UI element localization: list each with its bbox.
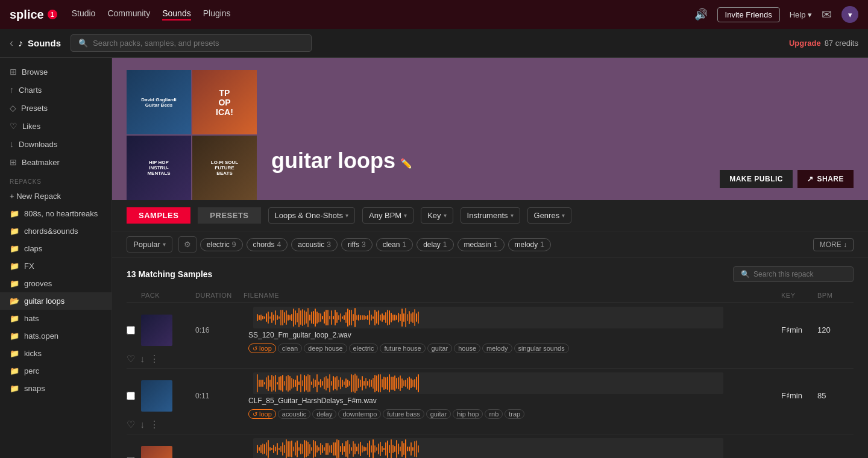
table-row: 0:20 HHI2_96_C_Guitar_Lp.wav ↺ loop ambi… [127,434,854,458]
upgrade-button[interactable]: Upgrade [789,39,821,48]
tag-trap-2[interactable]: trap [505,409,524,419]
tag-house-1[interactable]: house [454,344,480,353]
search-repack-box[interactable]: 🔍 [733,266,854,282]
repack-guitar-loops[interactable]: 📂 guitar loops [0,292,112,310]
filter-settings-button[interactable]: ⚙ [178,236,197,253]
invite-friends-button[interactable]: Invite Friends [717,7,780,22]
repack-808s[interactable]: 📁 808s, no heartbreaks [0,205,112,222]
tag-downtempo-2[interactable]: downtempo [338,409,381,419]
tag-clean[interactable]: clean 1 [376,238,413,251]
volume-icon[interactable]: 🔊 [694,8,708,21]
repack-chords-sounds[interactable]: 📁 chords&sounds [0,222,112,240]
tag-futurebass-2[interactable]: future bass [383,409,424,419]
sidebar-label-beatmaker: Beatmaker [22,158,60,167]
tag-electric-1[interactable]: electric [349,344,379,353]
tag-electric[interactable]: electric 9 [200,238,243,251]
repack-snaps[interactable]: 📁 snaps [0,380,112,397]
nav-studio[interactable]: Studio [72,8,96,20]
nav-community[interactable]: Community [107,8,150,20]
tag-melody-1[interactable]: melody [482,344,512,353]
tag-melody[interactable]: melody 1 [508,238,551,251]
instruments-filter[interactable]: Instruments ▾ [461,207,520,224]
tag-deephouse-1[interactable]: deep house [304,344,347,353]
sidebar-item-presets[interactable]: ◇ Presets [0,99,112,117]
sidebar-item-likes[interactable]: ♡ Likes [0,117,112,135]
repack-perc[interactable]: 📁 perc [0,362,112,380]
edit-icon[interactable]: ✏️ [400,158,412,169]
tag-delay-2[interactable]: delay [312,409,336,419]
mail-icon[interactable]: ✉ [822,7,832,22]
waveform-1[interactable] [253,307,723,328]
folder-icon-8: 📁 [10,331,19,340]
search-repack-input[interactable] [753,270,846,278]
tag-guitar-2[interactable]: guitar [426,409,451,419]
more-button-1[interactable]: ⋮ [149,353,159,365]
tab-samples[interactable]: SAMPLES [127,207,190,224]
download-button-2[interactable]: ↓ [140,419,145,430]
make-public-button[interactable]: MAKE PUBLIC [720,170,793,188]
tag-medasin[interactable]: medasin 1 [458,238,505,251]
folder-icon-11: 📁 [10,384,19,393]
sidebar-item-beatmaker[interactable]: ⊞ Beatmaker [0,153,112,171]
loop-tag-2[interactable]: ↺ loop [248,409,276,419]
download-button-1[interactable]: ↓ [140,354,145,365]
more-tags-button[interactable]: MORE ↓ [813,238,854,251]
tag-chords[interactable]: chords 4 [247,238,288,251]
bpm-filter[interactable]: Any BPM ▾ [362,207,414,224]
loop-tag-1[interactable]: ↺ loop [248,344,276,353]
content-area: David GagliardiGuitar Beds TPOPICA! HIP … [112,58,868,458]
genres-filter[interactable]: Genres ▾ [527,207,572,224]
user-avatar[interactable]: ▾ [841,6,858,23]
logo[interactable]: splice 1 [10,8,57,22]
loops-filter[interactable]: Loops & One-Shots ▾ [268,207,355,224]
tag-clean-1[interactable]: clean [278,344,302,353]
repack-label-chords: chords&sounds [24,227,78,236]
pack-thumb-2 [141,380,172,412]
repack-kicks[interactable]: 📁 kicks [0,345,112,362]
sample-info-1: SS_120_Fm_guitar_loop_2.wav ↺ loop clean… [244,307,733,353]
hero-banner: David GagliardiGuitar Beds TPOPICA! HIP … [112,58,868,200]
sample-checkbox-2[interactable] [127,392,135,400]
tag-singular-1[interactable]: singular sounds [514,344,569,353]
repack-claps[interactable]: 📁 claps [0,240,112,257]
main-layout: ⊞ Browse ↑ Charts ◇ Presets ♡ Likes ↓ Do… [0,58,868,458]
key-filter[interactable]: Key ▾ [421,207,453,224]
tag-rnb-2[interactable]: rnb [485,409,503,419]
like-button-1[interactable]: ♡ [127,353,135,365]
search-input[interactable] [93,39,304,48]
sidebar-item-downloads[interactable]: ↓ Downloads [0,135,112,153]
share-button[interactable]: ↗ SHARE [797,170,854,188]
new-repack-button[interactable]: + New Repack [0,187,112,205]
repack-hats[interactable]: 📁 hats [0,310,112,327]
sample-checkbox-1[interactable] [127,326,135,334]
nav-right: 🔊 Invite Friends Help ▾ ✉ ▾ [694,6,858,23]
tag-guitar-1[interactable]: guitar [427,344,453,353]
like-button-2[interactable]: ♡ [127,419,135,430]
nav-sounds[interactable]: Sounds [162,8,190,20]
tag-delay[interactable]: delay 1 [417,238,453,251]
search-box[interactable]: 🔍 [71,34,312,52]
sidebar-item-charts[interactable]: ↑ Charts [0,81,112,99]
share-icon: ↗ [807,175,814,183]
tag-acoustic-2[interactable]: acoustic [278,409,310,419]
sort-dropdown[interactable]: Popular ▾ [127,236,172,253]
tab-presets[interactable]: PRESETS [198,207,260,224]
waveform-3[interactable] [253,438,723,458]
folder-icon-3: 📁 [10,244,19,253]
repack-hats-open[interactable]: 📁 hats.open [0,327,112,345]
tag-futurehouse-1[interactable]: future house [380,344,425,353]
tag-acoustic[interactable]: acoustic 3 [291,238,338,251]
help-button[interactable]: Help ▾ [790,10,812,19]
more-button-2[interactable]: ⋮ [149,419,159,430]
repack-fx[interactable]: 📁 FX [0,257,112,275]
tag-hiphop-2[interactable]: hip hop [453,409,483,419]
folder-icon-5: 📁 [10,279,19,288]
nav-plugins[interactable]: Plugins [203,8,231,20]
back-button[interactable]: ‹ [10,37,13,49]
sort-label: Popular [133,240,160,249]
waveform-2[interactable] [253,372,723,394]
repack-grooves[interactable]: 📁 grooves [0,275,112,292]
tag-riffs[interactable]: riffs 3 [341,238,373,251]
sidebar-item-browse[interactable]: ⊞ Browse [0,63,112,81]
folder-icon-10: 📁 [10,366,19,375]
